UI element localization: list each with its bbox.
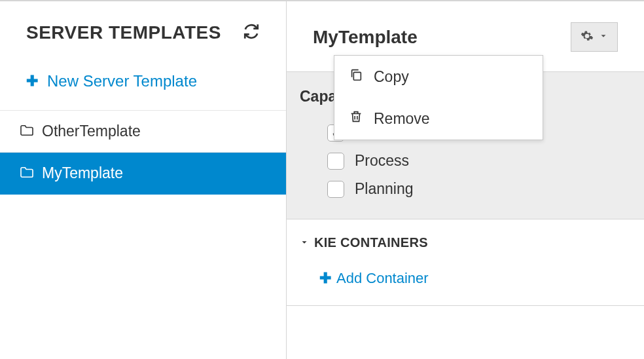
kie-containers-header[interactable]: KIE CONTAINERS [300,235,631,250]
chevron-down-icon [300,235,309,250]
new-server-template-label: New Server Template [47,72,197,90]
sidebar-title: SERVER TEMPLATES [26,22,221,43]
trash-icon [349,109,363,128]
gear-dropdown-button[interactable] [571,22,618,52]
kie-containers-section: KIE CONTAINERS ✚ Add Container [287,219,644,306]
sidebar: SERVER TEMPLATES ✚ New Server Template O… [0,1,287,359]
sidebar-item-other-template[interactable]: OtherTemplate [0,111,286,153]
main-panel: MyTemplate [287,1,644,359]
checkbox-process[interactable] [327,153,344,170]
checkbox-planning[interactable] [327,181,344,198]
refresh-icon[interactable] [243,23,260,43]
dropdown-item-remove[interactable]: Remove [334,98,543,140]
add-container-button[interactable]: ✚ Add Container [300,250,631,290]
capability-planning[interactable]: Planning [300,175,631,203]
dropdown-item-label: Copy [374,68,409,86]
sidebar-header: SERVER TEMPLATES [0,1,286,63]
svg-rect-0 [353,72,361,80]
dropdown-item-label: Remove [374,110,430,128]
sidebar-item-label: OtherTemplate [42,123,141,140]
capability-label: Planning [355,180,414,198]
sidebar-item-my-template[interactable]: MyTemplate [0,153,286,195]
new-server-template-button[interactable]: ✚ New Server Template [0,63,286,111]
folder-icon [20,123,34,140]
kie-containers-title: KIE CONTAINERS [314,235,428,250]
gear-dropdown-menu: Copy Remove [334,55,543,140]
gear-icon [581,29,594,45]
add-container-label: Add Container [336,270,429,287]
sidebar-item-label: MyTemplate [42,164,123,182]
capability-process[interactable]: Process [300,147,631,175]
plus-icon: ✚ [26,73,38,90]
copy-icon [349,67,363,86]
template-title: MyTemplate [313,27,418,48]
dropdown-item-copy[interactable]: Copy [334,56,543,98]
folder-icon [20,164,34,182]
plus-icon: ✚ [319,270,331,287]
capability-label: Process [355,152,409,170]
chevron-down-icon [599,31,608,43]
